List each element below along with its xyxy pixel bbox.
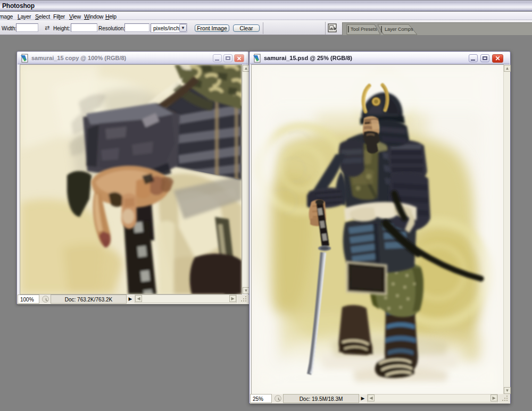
svg-text:Layer Comps: Layer Comps	[385, 27, 413, 32]
svg-text:Tool Presets: Tool Presets	[351, 27, 377, 32]
